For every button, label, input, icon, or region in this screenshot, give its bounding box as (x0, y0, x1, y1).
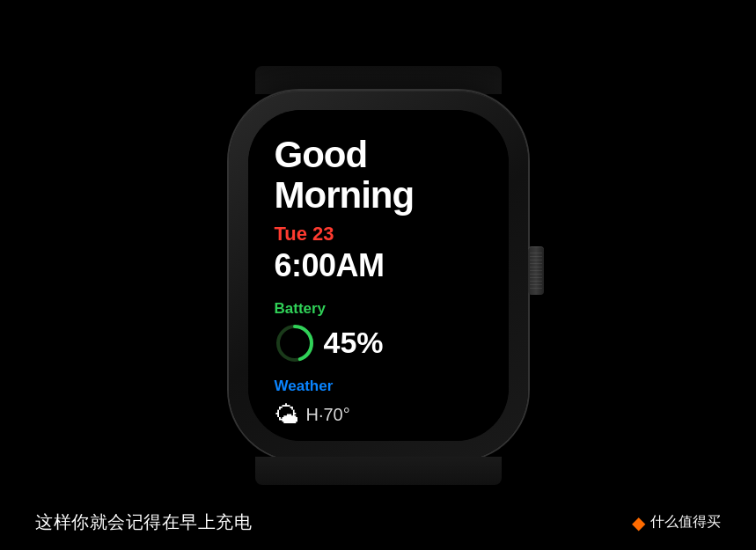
battery-ring-icon (275, 323, 315, 363)
weather-temp: H·70° (306, 405, 350, 425)
weather-icon: 🌤 (275, 400, 299, 429)
weather-row: 🌤 H·70° (275, 400, 482, 429)
digital-crown (528, 246, 544, 295)
bottom-bar: 这样你就会记得在早上充电 ◆ 什么值得买 (0, 510, 756, 534)
subtitle-text: 这样你就会记得在早上充电 (35, 510, 252, 534)
band-bottom (255, 457, 502, 485)
greeting-text: Good Morning (275, 135, 482, 216)
date-display: Tue 23 (275, 223, 482, 246)
battery-label: Battery (275, 300, 482, 318)
weather-section: Weather 🌤 H·70° (275, 378, 482, 429)
battery-row: 45% (275, 323, 482, 363)
brand-badge: ◆ 什么值得买 (632, 512, 721, 533)
watch-body: Good Morning Tue 23 6:00AM Battery 45% (229, 91, 528, 460)
time-display: 6:00AM (275, 247, 482, 284)
watch-screen-container: Good Morning Tue 23 6:00AM Battery 45% (248, 110, 509, 441)
weather-label: Weather (275, 378, 482, 395)
battery-percent: 45% (324, 326, 384, 360)
brand-name: 什么值得买 (650, 513, 721, 532)
brand-icon: ◆ (632, 512, 645, 533)
watch-screen: Good Morning Tue 23 6:00AM Battery 45% (248, 110, 509, 441)
battery-section: Battery 45% (275, 300, 482, 363)
scene: Good Morning Tue 23 6:00AM Battery 45% (0, 0, 756, 550)
band-top (255, 66, 502, 94)
